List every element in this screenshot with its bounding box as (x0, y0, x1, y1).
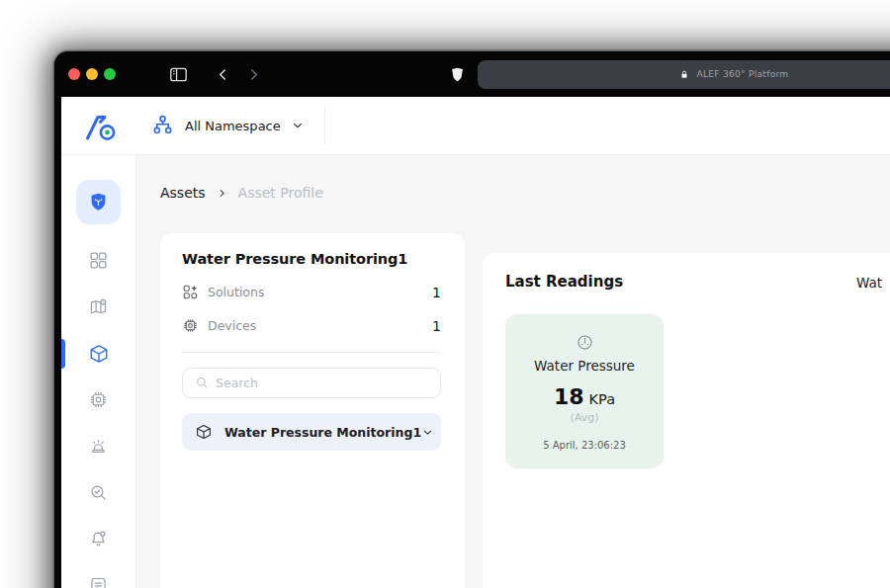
stat-row-solutions: Solutions 1 (182, 284, 441, 300)
reading-unit: KPa (589, 391, 616, 407)
minimize-button[interactable] (86, 68, 98, 80)
reading-aggregation: (Avg) (571, 411, 599, 424)
reading-value-row: 18 KPa (554, 384, 615, 409)
traffic-lights (68, 68, 116, 80)
cards-row: Water Pressure Monitoring1 Solut (160, 233, 890, 588)
sidebar-nav (75, 237, 122, 588)
back-icon[interactable] (215, 66, 231, 83)
sidebar-item-map[interactable] (75, 284, 122, 330)
sidebar-item-notifications[interactable] (75, 516, 122, 562)
breadcrumb-item-asset-profile: Asset Profile (238, 185, 323, 201)
device-chip-icon (88, 389, 109, 410)
asset-summary-card: Water Pressure Monitoring1 Solut (160, 233, 465, 588)
forward-icon[interactable] (245, 66, 262, 83)
stat-row-devices: Devices 1 (182, 317, 441, 334)
solutions-label: Solutions (208, 285, 264, 299)
sidebar-item-audit[interactable] (75, 469, 122, 516)
search-field-wrap (182, 368, 441, 398)
browser-titlebar: ALEF 360° Platform (54, 51, 890, 97)
sidebar-item-dashboard[interactable] (75, 237, 122, 284)
clipped-asset-label: Wat (856, 275, 882, 291)
header-divider (324, 107, 325, 144)
main-content: Assets Asset Profile Water Pressure Moni… (136, 155, 890, 588)
devices-count: 1 (432, 318, 441, 334)
security-shield-icon (87, 191, 110, 213)
hierarchy-icon (150, 114, 175, 138)
last-readings-title: Last Readings (505, 273, 890, 291)
cube-icon (195, 423, 213, 441)
app-body: Assets Asset Profile Water Pressure Moni… (61, 155, 890, 588)
url-bar[interactable]: ALEF 360° Platform (478, 60, 890, 89)
asset-dropdown[interactable]: Water Pressure Monitoring1 (182, 413, 441, 451)
assets-cube-icon (88, 343, 110, 365)
notifications-bell-icon (88, 529, 109, 549)
chevron-right-icon (217, 188, 227, 199)
reading-value: 18 (554, 384, 584, 409)
reading-timestamp: 5 April, 23:06:23 (543, 440, 626, 451)
asset-title: Water Pressure Monitoring1 (182, 251, 441, 267)
sidebar-item-assets[interactable] (75, 330, 122, 377)
namespace-label: All Namespace (185, 119, 281, 133)
app-header: All Namespace (61, 97, 890, 155)
logs-document-icon (88, 575, 109, 588)
devices-label: Devices (208, 318, 256, 333)
chevron-down-icon (291, 119, 305, 132)
zoom-button[interactable] (104, 68, 116, 80)
solutions-count: 1 (432, 285, 441, 300)
chevron-down-icon (421, 426, 434, 439)
divider (182, 352, 441, 353)
namespace-selector[interactable]: All Namespace (150, 114, 305, 138)
sidebar (61, 155, 136, 588)
dashboard-grid-icon (88, 250, 109, 271)
app-root: All Namespace (61, 97, 890, 588)
breadcrumb-item-assets[interactable]: Assets (160, 185, 206, 201)
audit-search-icon (88, 482, 109, 503)
sidebar-item-logs[interactable] (75, 562, 122, 588)
alarm-siren-icon (88, 436, 109, 457)
brave-shield-icon[interactable] (449, 65, 466, 84)
sidebar-item-security[interactable] (76, 180, 121, 224)
asset-dropdown-label: Water Pressure Monitoring1 (224, 425, 421, 440)
devices-icon (182, 317, 199, 334)
browser-window: ALEF 360° Platform (54, 51, 890, 588)
lock-icon (678, 68, 690, 81)
map-pin-icon (88, 296, 109, 317)
window-title: ALEF 360° Platform (697, 69, 789, 79)
sidebar-item-devices[interactable] (75, 377, 122, 423)
solutions-icon (182, 284, 199, 300)
alef-logo[interactable] (83, 110, 120, 142)
sidebar-item-alarms[interactable] (75, 423, 122, 469)
reading-name: Water Pressure (534, 358, 635, 374)
selected-item-indicator (61, 339, 65, 369)
last-readings-panel: Last Readings Wat Wa (483, 253, 890, 588)
sidebar-toggle-icon[interactable] (168, 64, 189, 85)
gauge-icon (576, 333, 594, 352)
breadcrumb: Assets Asset Profile (160, 185, 890, 201)
search-input[interactable] (182, 368, 441, 398)
reading-tile-water-pressure[interactable]: Water Pressure 18 KPa (Avg) 5 April, 23:… (505, 314, 664, 468)
close-button[interactable] (68, 68, 80, 80)
